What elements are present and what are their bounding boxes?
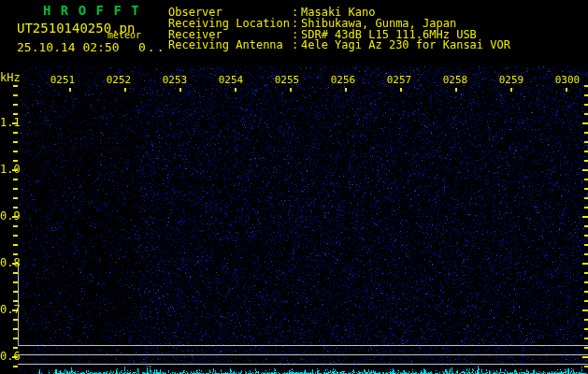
info-value: 4ele Yagi Az 230 for Kansai VOR xyxy=(301,38,510,51)
x-axis-time-label: 0252 xyxy=(107,75,132,85)
axis-tick xyxy=(13,85,18,87)
axis-tick xyxy=(584,347,588,349)
axis-tick xyxy=(13,235,18,237)
axis-tick xyxy=(13,253,18,255)
x-axis-time-label: 0300 xyxy=(555,75,581,85)
reference-line-upper xyxy=(18,345,588,346)
axis-tick xyxy=(584,179,588,180)
x-axis-time-label: 0255 xyxy=(275,75,300,85)
hrofft-spectrogram-screenshot: H R O F F T UT2510140250.pn meteor 25.10… xyxy=(0,0,588,374)
x-axis-time-label: 0253 xyxy=(163,75,188,85)
axis-tick xyxy=(12,356,18,358)
axis-tick xyxy=(584,366,588,367)
axis-tick xyxy=(13,197,18,199)
axis-tick xyxy=(12,216,18,218)
x-axis-time-label: 0251 xyxy=(50,75,76,85)
axis-tick xyxy=(582,263,588,265)
axis-tick xyxy=(13,94,18,96)
axis-tick xyxy=(582,216,588,218)
info-label: Receiving Location xyxy=(168,18,292,29)
spectrogram-noise-canvas xyxy=(0,0,588,374)
axis-tick xyxy=(584,151,588,152)
axis-tick xyxy=(69,88,71,92)
axis-tick xyxy=(584,104,588,106)
axis-tick xyxy=(566,88,567,92)
axis-tick xyxy=(584,244,588,246)
axis-tick xyxy=(584,94,588,96)
axis-tick xyxy=(584,253,588,255)
y-axis-unit-label: kHz xyxy=(0,72,21,83)
x-axis-time-label: 0259 xyxy=(499,75,524,85)
axis-tick xyxy=(455,88,457,92)
app-title: H R O F F T xyxy=(43,4,140,17)
signal-box-left-border xyxy=(18,263,19,345)
axis-tick xyxy=(584,235,588,237)
x-axis-time-label: 0254 xyxy=(219,75,244,85)
axis-tick xyxy=(13,113,18,115)
axis-tick xyxy=(584,113,588,115)
info-colon: : xyxy=(292,18,301,29)
axis-tick xyxy=(582,356,588,358)
counter-text: 0.. xyxy=(138,41,165,53)
axis-tick xyxy=(582,169,588,171)
axis-tick xyxy=(584,281,588,283)
axis-tick xyxy=(510,88,512,92)
axis-tick xyxy=(13,104,18,106)
info-label: Receiving Antenna xyxy=(168,39,292,50)
info-colon: : xyxy=(292,39,301,50)
observation-datetime: 25.10.14 02:50 xyxy=(17,41,120,53)
x-axis-time-label: 0256 xyxy=(331,75,356,85)
axis-tick xyxy=(13,347,18,349)
axis-tick xyxy=(582,122,588,124)
meteor-mode-label: meteor xyxy=(108,31,141,40)
axis-tick xyxy=(584,132,588,134)
axis-tick xyxy=(584,141,588,143)
axis-tick xyxy=(13,132,18,134)
axis-tick xyxy=(400,88,402,92)
axis-tick xyxy=(235,88,237,92)
x-axis-time-label: 0257 xyxy=(387,75,412,85)
axis-tick xyxy=(584,300,588,302)
axis-tick xyxy=(584,207,588,209)
axis-tick xyxy=(584,338,588,339)
axis-tick xyxy=(13,188,18,190)
axis-tick xyxy=(584,328,588,330)
axis-tick xyxy=(13,207,18,209)
station-info-row: Receiving Antenna:4ele Yagi Az 230 for K… xyxy=(168,39,510,50)
axis-tick xyxy=(13,141,18,143)
axis-tick xyxy=(124,88,126,92)
axis-tick xyxy=(13,179,18,180)
axis-tick xyxy=(13,244,18,246)
reference-line-middle xyxy=(18,354,588,355)
axis-tick xyxy=(13,151,18,152)
axis-tick xyxy=(345,88,347,92)
x-axis-time-label: 0258 xyxy=(443,75,468,85)
axis-tick xyxy=(584,291,588,293)
axis-tick xyxy=(290,88,292,92)
axis-tick xyxy=(584,85,588,87)
axis-tick xyxy=(179,88,181,92)
axis-tick xyxy=(12,169,18,171)
axis-tick xyxy=(584,272,588,274)
reference-line-lower xyxy=(18,364,588,365)
axis-tick xyxy=(13,366,18,367)
axis-tick xyxy=(582,309,588,311)
axis-tick xyxy=(13,160,18,162)
axis-tick xyxy=(584,160,588,162)
axis-tick xyxy=(13,225,18,227)
axis-tick xyxy=(584,188,588,190)
axis-tick xyxy=(584,319,588,321)
axis-tick xyxy=(584,225,588,227)
axis-tick xyxy=(12,122,18,124)
axis-tick xyxy=(584,197,588,199)
